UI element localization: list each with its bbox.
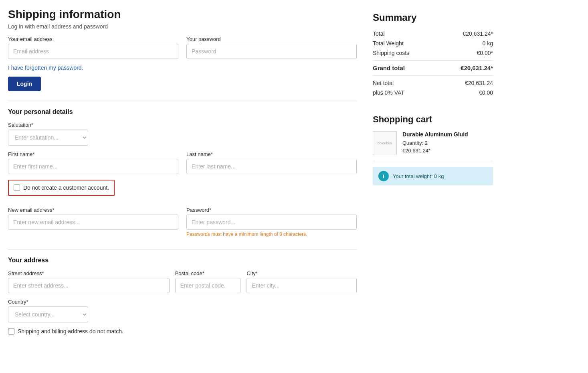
last-name-group: Last name* bbox=[186, 151, 357, 174]
net-total-value: €20,631.24 bbox=[465, 80, 493, 86]
new-email-group: New email address* bbox=[8, 207, 178, 237]
summary-row-shipping: Shipping costs €0.00* bbox=[373, 50, 493, 56]
email-input[interactable] bbox=[8, 44, 178, 59]
address-section: Your address Street address* Postal code… bbox=[8, 249, 357, 334]
postal-input[interactable] bbox=[175, 278, 241, 293]
street-label: Street address* bbox=[8, 270, 170, 276]
street-input[interactable] bbox=[8, 278, 170, 293]
cart-item-details: Durable Aluminum Gluid Quantity: 2 €20,6… bbox=[402, 131, 493, 154]
main-content: Shipping information Log in with email a… bbox=[8, 8, 357, 365]
email-label: Your email address bbox=[8, 36, 178, 42]
divider-2 bbox=[8, 249, 357, 249]
summary-row-total: Total €20,631.24* bbox=[373, 30, 493, 37]
new-password-group: Password* Passwords must have a minimum … bbox=[186, 207, 357, 237]
cart-item-name: Durable Aluminum Gluid bbox=[402, 131, 493, 138]
summary-total-label: Total bbox=[373, 30, 385, 37]
country-group: Country* Select country... Germany Austr… bbox=[8, 299, 100, 322]
sidebar: Summary Total €20,631.24* Total Weight 0… bbox=[373, 8, 493, 365]
last-name-label: Last name* bbox=[186, 151, 357, 157]
new-email-label: New email address* bbox=[8, 207, 178, 213]
personal-section-title: Your personal details bbox=[8, 108, 357, 116]
summary-total-value: €20,631.24* bbox=[463, 30, 493, 37]
country-select[interactable]: Select country... Germany Austria Switze… bbox=[8, 306, 88, 322]
first-name-group: First name* bbox=[8, 151, 178, 174]
cart-item-quantity: Quantity: 2 bbox=[402, 140, 493, 146]
summary-shipping-value: €0.00* bbox=[477, 50, 493, 56]
info-icon: i bbox=[378, 171, 389, 181]
divider-1 bbox=[8, 101, 357, 101]
first-name-label: First name* bbox=[8, 151, 178, 157]
net-total-row: Net total €20,631.24 bbox=[373, 80, 493, 86]
summary-row-weight: Total Weight 0 kg bbox=[373, 40, 493, 47]
total-weight-text: Your total weight: 0 kg bbox=[393, 173, 444, 179]
name-row: First name* Last name* bbox=[8, 151, 357, 174]
salutation-group: Salutation* Enter salutation... Mr. Mrs.… bbox=[8, 122, 357, 146]
new-password-label: Password* bbox=[186, 207, 357, 213]
grand-total-value: €20,631.24* bbox=[461, 65, 493, 71]
no-account-checkbox-container: Do not create a customer account. bbox=[8, 180, 115, 196]
new-email-input[interactable] bbox=[8, 215, 178, 230]
password-hint: Passwords must have a minimum length of … bbox=[186, 231, 357, 237]
cart-item: doloribus Durable Aluminum Gluid Quantit… bbox=[373, 131, 493, 161]
grand-total-row: Grand total €20,631.24* bbox=[373, 65, 493, 71]
last-name-input[interactable] bbox=[186, 159, 357, 174]
first-name-input[interactable] bbox=[8, 159, 178, 174]
postal-group: Postal code* bbox=[175, 270, 241, 293]
city-label: City* bbox=[247, 270, 357, 276]
billing-match-label[interactable]: Shipping and billing address do not matc… bbox=[18, 328, 123, 334]
page-title: Shipping information bbox=[8, 8, 357, 21]
cart-item-thumbnail: doloribus bbox=[373, 131, 397, 155]
password-label: Your password bbox=[186, 36, 357, 42]
summary-weight-label: Total Weight bbox=[373, 40, 404, 47]
forgot-password-link[interactable]: I have forgotten my password. bbox=[8, 65, 357, 71]
vat-label: plus 0% VAT bbox=[373, 89, 404, 96]
email-group: Your email address bbox=[8, 36, 178, 59]
postal-label: Postal code* bbox=[175, 270, 241, 276]
cart-title: Shopping cart bbox=[373, 114, 493, 125]
city-input[interactable] bbox=[247, 278, 357, 293]
city-group: City* bbox=[247, 270, 357, 293]
salutation-row: Salutation* Enter salutation... Mr. Mrs.… bbox=[8, 122, 357, 146]
summary-title: Summary bbox=[373, 12, 493, 23]
salutation-select[interactable]: Enter salutation... Mr. Mrs. Ms. bbox=[8, 130, 88, 146]
address-section-title: Your address bbox=[8, 257, 357, 264]
billing-match-row: Shipping and billing address do not matc… bbox=[8, 328, 357, 334]
summary-divider-2 bbox=[373, 75, 493, 76]
cart-section: Shopping cart doloribus Durable Aluminum… bbox=[373, 114, 493, 185]
new-password-input[interactable] bbox=[186, 215, 357, 230]
salutation-label: Salutation* bbox=[8, 122, 357, 128]
login-button[interactable]: Login bbox=[8, 77, 41, 91]
summary-shipping-label: Shipping costs bbox=[373, 50, 409, 56]
billing-match-checkbox[interactable] bbox=[8, 328, 14, 334]
cart-item-price: €20,631.24* bbox=[402, 148, 493, 154]
summary-box: Summary Total €20,631.24* Total Weight 0… bbox=[373, 8, 493, 103]
summary-divider bbox=[373, 60, 493, 61]
password-group: Your password bbox=[186, 36, 357, 59]
no-account-label[interactable]: Do not create a customer account. bbox=[23, 184, 109, 191]
street-group: Street address* bbox=[8, 270, 170, 293]
login-form-row: Your email address Your password bbox=[8, 36, 357, 59]
new-credentials-row: New email address* Password* Passwords m… bbox=[8, 207, 357, 237]
vat-row: plus 0% VAT €0.00 bbox=[373, 89, 493, 96]
password-input[interactable] bbox=[186, 44, 357, 59]
summary-weight-value: 0 kg bbox=[483, 40, 493, 47]
grand-total-label: Grand total bbox=[373, 65, 405, 71]
login-subtitle: Log in with email address and password bbox=[8, 23, 357, 30]
total-weight-bar: i Your total weight: 0 kg bbox=[373, 167, 493, 185]
net-total-label: Net total bbox=[373, 80, 394, 86]
country-label: Country* bbox=[8, 299, 100, 305]
no-account-checkbox[interactable] bbox=[14, 184, 20, 191]
vat-value: €0.00 bbox=[479, 89, 493, 96]
address-main-row: Street address* Postal code* City* bbox=[8, 270, 357, 293]
